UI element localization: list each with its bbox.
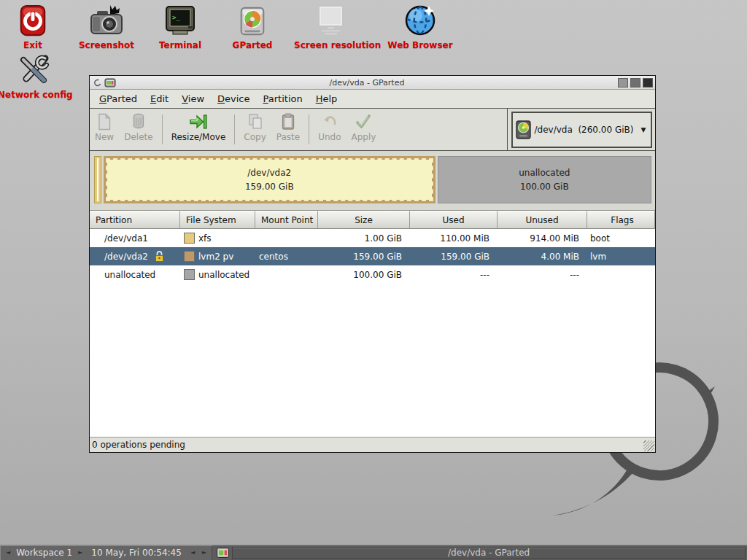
segment-label: /dev/vda2 <box>247 166 291 180</box>
partition-table: Partition File System Mount Point Size U… <box>90 210 655 437</box>
paste-button: Paste <box>271 109 305 150</box>
device-disk-icon <box>516 120 531 139</box>
col-mount-point: Mount Point <box>255 211 318 229</box>
taskbar-window-button[interactable]: /dev/vda - GParted <box>232 547 746 559</box>
desktop-icon-label: GParted <box>216 40 289 50</box>
size-cell: 1.00 GiB <box>318 233 410 244</box>
fs-label: xfs <box>198 233 212 244</box>
partition-cell: /dev/vda1 <box>90 233 180 244</box>
desktop-icon-terminal[interactable]: >_ Terminal <box>144 3 217 50</box>
used-cell: 110.00 MiB <box>410 233 498 244</box>
taskbar: ◄ Workspace 1 ► 10 May, Fri 00:54:45 ◄ ►… <box>0 545 747 560</box>
new-partition-icon <box>97 112 112 131</box>
desktop-icon-screen-resolution[interactable]: Screen resolution <box>294 3 367 50</box>
size-cell: 159.00 GiB <box>318 252 410 262</box>
unused-cell: --- <box>498 270 587 280</box>
toolbar-separator <box>162 114 163 144</box>
desktop-icon-screenshot[interactable]: Screenshot <box>70 3 143 50</box>
statusbar: 0 operations pending <box>90 437 655 452</box>
undo-button: Undo <box>313 109 346 150</box>
partition-segment-unallocated[interactable]: unallocated 100.00 GiB <box>438 156 651 203</box>
partition-cell: unallocated <box>90 270 180 280</box>
desktop-icon-label: Terminal <box>144 40 217 50</box>
table-row-unallocated[interactable]: unallocated unallocated 100.00 GiB --- -… <box>90 265 655 284</box>
device-size: (260.00 GiB) <box>578 125 633 135</box>
desktop-icon-label: Screen resolution <box>294 40 367 50</box>
partition-segment-vda2[interactable]: /dev/vda2 159.00 GiB <box>104 156 436 203</box>
table-row-vda2-selected[interactable]: /dev/vda2 lvm2 pv centos 159.00 GiB 159.… <box>90 247 655 265</box>
desktop-icon-label: Web Browser <box>384 40 457 50</box>
gparted-window: /dev/vda - GParted GParted Edit View Dev… <box>89 75 656 453</box>
menubar: GParted Edit View Device Partition Help <box>90 90 655 109</box>
dropdown-arrow-icon[interactable]: ▼ <box>640 126 648 133</box>
table-row-vda1[interactable]: /dev/vda1 xfs 1.00 GiB 110.00 MiB 914.00… <box>90 229 655 247</box>
resize-move-button[interactable]: Resize/Move <box>166 109 231 150</box>
toolbar: New Delete Resize/Move Copy <box>90 109 655 151</box>
menu-edit[interactable]: Edit <box>144 91 175 106</box>
camera-icon <box>70 3 143 38</box>
unused-cell: 4.00 MiB <box>498 252 587 262</box>
taskbar-window-title: /dev/vda - GParted <box>448 548 530 558</box>
fs-label: unallocated <box>198 270 249 280</box>
segment-size: 100.00 GiB <box>520 180 569 194</box>
fs-color-swatch <box>184 233 195 244</box>
menu-view[interactable]: View <box>175 91 211 106</box>
device-name: /dev/vda <box>535 125 573 135</box>
workspace-next-icon[interactable]: ► <box>77 550 84 556</box>
unused-cell: 914.00 MiB <box>498 233 587 244</box>
desktop-icon-label: Screenshot <box>70 40 143 50</box>
col-flags: Flags <box>587 211 655 229</box>
partition-segment-vda1[interactable] <box>94 156 101 203</box>
used-cell: 159.00 GiB <box>410 252 498 262</box>
monitor-icon <box>294 3 367 38</box>
maximize-button[interactable] <box>630 78 640 88</box>
clock: 10 May, Fri 00:54:45 <box>88 548 185 558</box>
resize-grip[interactable] <box>643 440 654 451</box>
workspace-pager: ◄ Workspace 1 ► 10 May, Fri 00:54:45 ◄ ► <box>0 545 212 560</box>
menu-gparted[interactable]: GParted <box>93 91 144 106</box>
minimize-button[interactable] <box>618 78 628 88</box>
new-button: New <box>90 109 119 150</box>
device-selector[interactable]: /dev/vda (260.00 GiB) ▼ <box>511 112 652 148</box>
col-file-system: File System <box>180 211 255 229</box>
col-size: Size <box>318 211 410 229</box>
table-header: Partition File System Mount Point Size U… <box>90 211 655 229</box>
desktop-icon-network-config[interactable]: Network config <box>0 52 71 100</box>
tasklist-prev-icon[interactable]: ◄ <box>189 550 196 556</box>
toolbar-separator <box>309 114 309 144</box>
workspace-label[interactable]: Workspace 1 <box>16 548 72 558</box>
terminal-prompt-glyph: >_ <box>172 14 180 21</box>
wm-menu-swirl-icon[interactable] <box>92 78 101 88</box>
col-partition: Partition <box>90 211 180 229</box>
close-button[interactable] <box>643 78 653 88</box>
workspace-prev-icon[interactable]: ◄ <box>4 550 12 556</box>
apply-button: Apply <box>347 109 382 150</box>
undo-icon <box>322 112 338 131</box>
flags-cell: boot <box>587 233 655 244</box>
lock-icon <box>155 250 164 262</box>
fs-label: lvm2 pv <box>198 252 233 262</box>
flags-cell: lvm <box>587 252 655 262</box>
menu-device[interactable]: Device <box>211 91 256 106</box>
gparted-disk-icon <box>216 3 289 38</box>
power-icon <box>0 3 69 38</box>
resize-move-icon <box>189 112 208 131</box>
delete-partition-icon <box>131 112 146 131</box>
tasklist-next-icon[interactable]: ► <box>201 550 208 556</box>
taskbar-gparted-icon[interactable] <box>217 548 229 558</box>
toolbar-separator <box>234 114 235 144</box>
window-title: /dev/vda - GParted <box>116 78 618 88</box>
menu-partition[interactable]: Partition <box>257 91 309 106</box>
desktop-icon-exit[interactable]: Exit <box>0 3 69 50</box>
menu-help[interactable]: Help <box>309 91 344 106</box>
copy-button: Copy <box>239 109 271 150</box>
desktop-icon-gparted[interactable]: GParted <box>216 3 289 50</box>
desktop-icon-web-browser[interactable]: Web Browser <box>384 3 457 50</box>
titlebar[interactable]: /dev/vda - GParted <box>90 76 655 90</box>
globe-icon <box>384 3 457 38</box>
terminal-icon: >_ <box>144 3 217 38</box>
fs-color-swatch <box>184 251 195 262</box>
col-unused: Unused <box>498 211 587 229</box>
segment-label: unallocated <box>519 166 570 180</box>
status-text: 0 operations pending <box>92 440 185 450</box>
